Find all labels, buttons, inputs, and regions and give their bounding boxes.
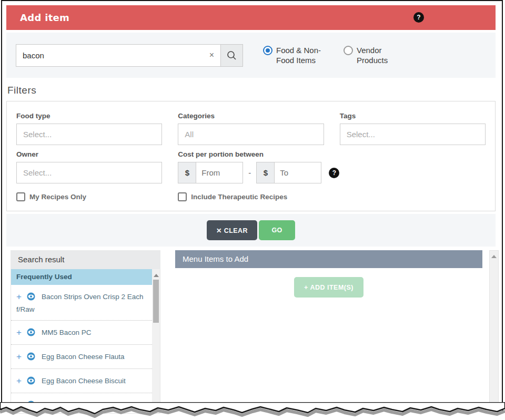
currency-addon-to: $ xyxy=(256,162,274,183)
go-button[interactable]: GO xyxy=(259,220,295,240)
owner-field: Owner xyxy=(16,150,162,183)
preview-eye-icon[interactable] xyxy=(27,401,35,409)
cost-from-input[interactable] xyxy=(196,162,243,183)
result-group-header: Frequently Used xyxy=(11,269,152,285)
search-input[interactable] xyxy=(16,44,221,67)
cost-label: Cost per portion between xyxy=(178,150,486,158)
preview-eye-icon[interactable] xyxy=(27,352,35,361)
categories-label: Categories xyxy=(178,112,324,120)
clear-search-icon[interactable]: × xyxy=(209,50,214,60)
search-result-panel: Search result Frequently Used+ Bacon Str… xyxy=(11,250,160,414)
search-icon xyxy=(227,50,237,60)
food-type-select[interactable] xyxy=(16,124,162,145)
radio-selected-icon[interactable] xyxy=(263,46,272,55)
list-scrollbar[interactable] xyxy=(152,269,160,413)
add-item-icon[interactable]: + xyxy=(16,292,22,302)
actions-bar: ✕ CLEAR GO xyxy=(6,214,496,247)
search-result-item[interactable]: + Egg Bacon Cheese Flauta xyxy=(11,345,152,369)
add-item-icon[interactable]: + xyxy=(16,400,22,410)
clear-button[interactable]: ✕ CLEAR xyxy=(207,220,257,240)
tags-field: Tags xyxy=(340,112,486,145)
currency-addon-from: $ xyxy=(178,162,196,183)
add-item-dialog: Add item ? × Food & No xyxy=(1,0,503,411)
cost-to-input[interactable] xyxy=(274,162,321,183)
item-type-radios: Food & Non-Food Items Vendor Products xyxy=(263,45,395,66)
page-title: Add item xyxy=(20,12,69,23)
search-result-item[interactable]: + Scallop Bacon-Wrapped Appetizer RTC xyxy=(11,393,152,414)
clear-x-icon: ✕ xyxy=(216,227,222,234)
search-result-list-content: Frequently Used+ Bacon Strips Oven Crisp… xyxy=(11,269,152,414)
search-result-item[interactable]: + MM5 Bacon PC xyxy=(11,321,152,345)
list-scrollbar-thumb[interactable] xyxy=(153,280,159,323)
menu-items-panel: Menu Items to Add + ADD ITEM(S) xyxy=(175,250,482,414)
search-button[interactable] xyxy=(221,44,243,67)
filters-heading: Filters xyxy=(7,85,496,96)
tags-select[interactable] xyxy=(340,124,486,145)
search-result-panel-title: Search result xyxy=(11,250,160,269)
radio-vendor-products[interactable]: Vendor Products xyxy=(344,45,395,66)
owner-select[interactable] xyxy=(16,162,162,183)
search-result-list: Frequently Used+ Bacon Strips Oven Crisp… xyxy=(11,269,160,414)
my-recipes-checkbox-row[interactable]: My Recipes Only xyxy=(16,192,162,201)
therapeutic-label: Include Therapeutic Recipes xyxy=(191,193,287,201)
tags-label: Tags xyxy=(340,112,486,120)
help-icon[interactable]: ? xyxy=(413,12,424,23)
add-item-icon[interactable]: + xyxy=(16,327,22,337)
my-recipes-label: My Recipes Only xyxy=(29,193,86,201)
scroll-up-icon[interactable] xyxy=(154,274,159,277)
categories-field: Categories xyxy=(178,112,324,145)
preview-eye-icon[interactable] xyxy=(27,292,35,301)
add-item-icon[interactable]: + xyxy=(16,376,22,386)
therapeutic-checkbox[interactable] xyxy=(178,192,187,201)
preview-eye-icon[interactable] xyxy=(27,328,35,336)
item-label: MM5 Bacon PC xyxy=(42,329,92,336)
item-label: Egg Bacon Cheese Biscuit xyxy=(42,377,126,385)
radio-food-nonfood-label: Food & Non-Food Items xyxy=(276,45,329,66)
preview-eye-icon[interactable] xyxy=(27,376,35,385)
search-section: × Food & Non-Food Items Vendor Products xyxy=(6,33,496,78)
add-items-button[interactable]: + ADD ITEM(S) xyxy=(294,277,363,298)
dialog-header: Add item ? xyxy=(6,5,496,30)
radio-food-nonfood[interactable]: Food & Non-Food Items xyxy=(263,45,329,66)
owner-label: Owner xyxy=(16,150,162,158)
radio-vendor-products-label: Vendor Products xyxy=(357,45,395,66)
item-label: Bacon Strips Oven Crisp 2 Each f/Raw xyxy=(16,293,144,313)
therapeutic-checkbox-row[interactable]: Include Therapeutic Recipes xyxy=(178,192,324,201)
food-type-label: Food type xyxy=(16,112,162,120)
radio-unselected-icon[interactable] xyxy=(344,46,353,55)
filters-panel: Food type Categories Tags Owner xyxy=(6,101,496,211)
menu-items-panel-title: Menu Items to Add xyxy=(175,250,482,268)
add-item-icon[interactable]: + xyxy=(16,352,22,362)
categories-select[interactable] xyxy=(178,124,324,145)
cost-help-icon[interactable]: ? xyxy=(329,168,339,178)
cost-field: Cost per portion between $ - $ ? xyxy=(178,150,486,183)
plus-icon: + xyxy=(304,284,308,291)
item-label: Egg Bacon Cheese Flauta xyxy=(42,353,125,361)
range-separator: - xyxy=(248,168,251,177)
search-result-item[interactable]: + Bacon Strips Oven Crisp 2 Each f/Raw xyxy=(11,285,152,321)
my-recipes-checkbox[interactable] xyxy=(16,192,25,201)
page-scroll-up-icon[interactable] xyxy=(491,255,497,258)
search-group: × xyxy=(16,44,243,67)
page-scrollbar[interactable] xyxy=(489,250,499,412)
food-type-field: Food type xyxy=(16,112,162,145)
search-result-item[interactable]: + Egg Bacon Cheese Biscuit xyxy=(11,369,152,393)
